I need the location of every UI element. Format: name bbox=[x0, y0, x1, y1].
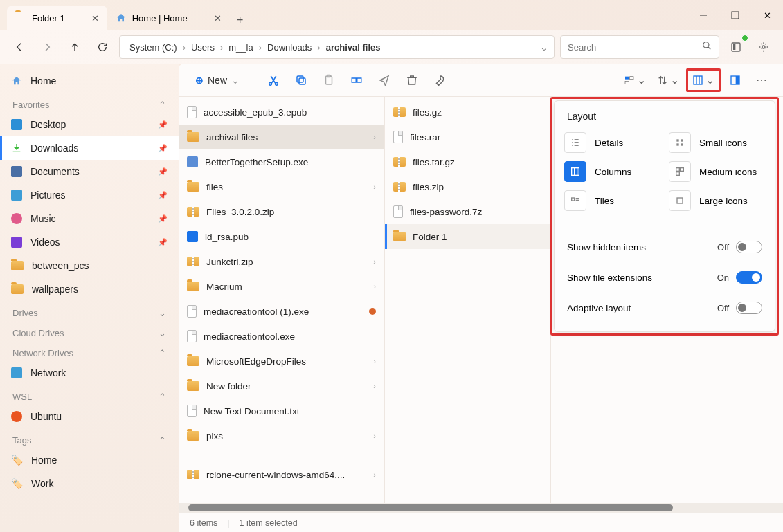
item-label: archival files bbox=[206, 132, 258, 143]
layout-opt-medium[interactable]: Medium icons bbox=[669, 158, 765, 185]
folder-icon bbox=[15, 12, 26, 24]
wsl-header[interactable]: WSL⌃ bbox=[0, 385, 179, 405]
close-icon[interactable]: ✕ bbox=[214, 13, 222, 24]
list-item[interactable]: pixs› bbox=[179, 423, 384, 448]
layout-opt-small[interactable]: Small icons bbox=[669, 129, 765, 156]
copy-button[interactable] bbox=[289, 68, 313, 92]
paste-button[interactable] bbox=[317, 68, 341, 92]
new-tab-button[interactable]: + bbox=[230, 10, 251, 30]
sidebar-home[interactable]: Home bbox=[0, 69, 179, 93]
toggle-switch[interactable] bbox=[736, 271, 762, 284]
chevron-down-icon[interactable]: ⌵ bbox=[541, 42, 547, 53]
drives-header[interactable]: Drives⌄ bbox=[0, 301, 179, 321]
breadcrumb-seg[interactable]: Users bbox=[188, 42, 217, 53]
toggle-switch[interactable] bbox=[736, 302, 762, 314]
refresh-button[interactable] bbox=[91, 36, 114, 58]
tab-home[interactable]: Home | Home ✕ bbox=[107, 6, 230, 30]
breadcrumb-seg[interactable]: Downloads bbox=[264, 42, 314, 53]
back-button[interactable] bbox=[8, 36, 30, 58]
list-item[interactable]: accessible_epub_3.epub bbox=[179, 100, 384, 125]
favorites-header[interactable]: Favorites⌃ bbox=[0, 93, 179, 113]
breadcrumb-seg[interactable]: System (C:) bbox=[127, 42, 180, 53]
sidebar-item-wallpapers[interactable]: wallpapers bbox=[0, 277, 179, 301]
list-item[interactable]: archival files› bbox=[179, 125, 384, 149]
list-item[interactable]: files› bbox=[179, 174, 384, 199]
new-button[interactable]: ⊕New⌄ bbox=[188, 68, 246, 92]
sidebar-tag-home[interactable]: 🏷️Home bbox=[0, 448, 179, 472]
address-bar[interactable]: System (C:)› Users› m__la› Downloads› ar… bbox=[119, 35, 555, 59]
list-item[interactable]: Macrium› bbox=[179, 274, 384, 299]
layout-panel: Layout Details Small icons Columns Mediu… bbox=[554, 100, 775, 332]
group-button[interactable]: ⌄ bbox=[653, 68, 683, 92]
pin-icon[interactable]: 📌 bbox=[158, 167, 168, 176]
toggle-switch[interactable] bbox=[736, 241, 762, 253]
list-item[interactable]: BetterTogetherSetup.exe bbox=[179, 149, 384, 174]
sidebar-item-ubuntu[interactable]: Ubuntu bbox=[0, 405, 179, 428]
pin-icon[interactable]: 📌 bbox=[158, 238, 168, 247]
network-header[interactable]: Network Drives⌃ bbox=[0, 341, 179, 361]
list-item[interactable]: files.zip bbox=[385, 174, 550, 199]
sidebar-item-desktop[interactable]: Desktop📌 bbox=[0, 113, 179, 136]
sort-button[interactable]: ⌄ bbox=[620, 68, 650, 92]
search-input[interactable] bbox=[560, 35, 719, 59]
list-item[interactable]: mediacreationtool.exe bbox=[179, 324, 384, 349]
list-item[interactable]: files.gz bbox=[385, 100, 550, 125]
more-button[interactable]: ⋯ bbox=[750, 68, 773, 92]
cut-button[interactable] bbox=[262, 68, 285, 92]
layout-opt-large[interactable]: Large icons bbox=[669, 187, 765, 214]
preview-button[interactable] bbox=[723, 68, 747, 92]
svg-rect-10 bbox=[297, 76, 303, 82]
up-button[interactable] bbox=[64, 36, 86, 58]
cloud-header[interactable]: Cloud Drives⌄ bbox=[0, 321, 179, 341]
status-icon[interactable] bbox=[725, 36, 747, 58]
pin-icon[interactable]: 📌 bbox=[158, 191, 168, 200]
list-item[interactable]: MicrosoftEdgeDropFiles› bbox=[179, 349, 384, 374]
maximize-button[interactable] bbox=[719, 0, 751, 30]
list-item[interactable]: files-password.7z bbox=[385, 199, 550, 224]
sidebar-tag-work[interactable]: 🏷️Work bbox=[0, 472, 179, 495]
horizontal-scrollbar[interactable] bbox=[179, 503, 783, 513]
file-icon bbox=[187, 330, 197, 342]
layout-button[interactable]: ⌄ bbox=[686, 68, 721, 92]
tags-header[interactable]: Tags⌃ bbox=[0, 428, 179, 448]
list-item[interactable]: Files_3.0.2.0.zip bbox=[179, 199, 384, 224]
svg-rect-22 bbox=[736, 76, 739, 84]
properties-button[interactable] bbox=[428, 68, 451, 92]
documents-icon bbox=[11, 166, 22, 177]
layout-opt-columns[interactable]: Columns bbox=[564, 158, 660, 185]
sidebar-item-downloads[interactable]: Downloads📌 bbox=[0, 136, 179, 160]
forward-button[interactable] bbox=[36, 36, 58, 58]
pin-icon[interactable]: 📌 bbox=[158, 214, 168, 223]
sidebar-item-pictures[interactable]: Pictures📌 bbox=[0, 183, 179, 207]
layout-opt-tiles[interactable]: Tiles bbox=[564, 187, 660, 214]
list-item[interactable]: Folder 1 bbox=[385, 224, 550, 249]
sidebar-item-documents[interactable]: Documents📌 bbox=[0, 160, 179, 183]
breadcrumb-seg[interactable]: archival files bbox=[323, 42, 384, 53]
list-item[interactable]: New Text Document.txt bbox=[179, 398, 384, 423]
tab-folder1[interactable]: Folder 1 ✕ bbox=[7, 6, 107, 30]
delete-button[interactable] bbox=[400, 68, 424, 92]
pin-icon[interactable]: 📌 bbox=[158, 120, 168, 129]
folder-icon bbox=[393, 232, 406, 241]
sidebar-item-music[interactable]: Music📌 bbox=[0, 207, 179, 230]
list-item[interactable]: files.rar bbox=[385, 125, 550, 149]
list-item[interactable]: rclone-current-windows-amd64....› bbox=[179, 462, 384, 487]
rename-button[interactable] bbox=[345, 68, 368, 92]
search-field[interactable] bbox=[568, 42, 685, 53]
share-button[interactable] bbox=[372, 68, 396, 92]
close-button[interactable]: ✕ bbox=[751, 0, 783, 30]
list-item[interactable]: files.tar.gz bbox=[385, 149, 550, 174]
list-item[interactable]: id_rsa.pub bbox=[179, 224, 384, 249]
sidebar-item-betweenpcs[interactable]: between_pcs bbox=[0, 254, 179, 277]
sidebar-item-network[interactable]: Network bbox=[0, 361, 179, 385]
close-icon[interactable]: ✕ bbox=[91, 13, 99, 24]
list-item[interactable]: mediacreationtool (1).exe bbox=[179, 299, 384, 324]
sidebar-item-videos[interactable]: Videos📌 bbox=[0, 230, 179, 254]
settings-button[interactable] bbox=[753, 36, 775, 58]
list-item[interactable]: Junkctrl.zip› bbox=[179, 249, 384, 274]
pin-icon[interactable]: 📌 bbox=[158, 144, 168, 153]
list-item[interactable]: New folder› bbox=[179, 374, 384, 398]
layout-opt-details[interactable]: Details bbox=[564, 129, 660, 156]
breadcrumb-seg[interactable]: m__la bbox=[226, 42, 255, 53]
minimize-button[interactable] bbox=[687, 0, 719, 30]
